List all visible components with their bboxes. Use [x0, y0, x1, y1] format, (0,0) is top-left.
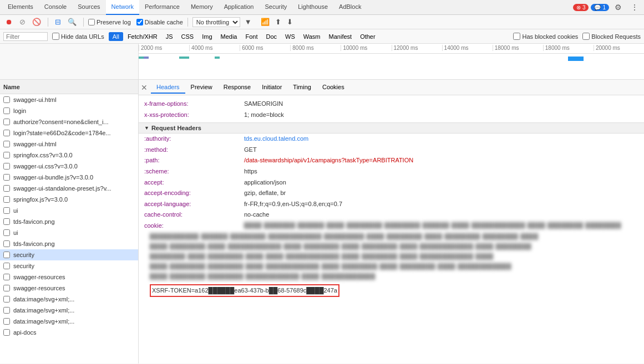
file-checkbox[interactable]: [3, 229, 10, 236]
file-checkbox[interactable]: [3, 152, 10, 158]
file-item[interactable]: tds-favicon.png: [0, 238, 138, 249]
throttle-dropdown[interactable]: ▼: [242, 17, 254, 27]
tab-lighthouse[interactable]: Lighthouse: [292, 0, 333, 15]
filter-type-js[interactable]: JS: [162, 32, 177, 41]
has-blocked-cookies-label[interactable]: Has blocked cookies: [513, 33, 578, 40]
blocked-requests-checkbox[interactable]: [582, 33, 590, 40]
wifi-icon[interactable]: 📶: [258, 17, 272, 27]
filter-type-manifest[interactable]: Manifest: [325, 32, 356, 41]
file-item[interactable]: swagger-resources: [0, 271, 138, 283]
settings-button[interactable]: ⚙: [611, 2, 625, 13]
tab-security[interactable]: Security: [259, 0, 292, 15]
file-checkbox[interactable]: [3, 252, 10, 258]
preserve-log-checkbox[interactable]: [88, 19, 95, 25]
detail-close-button[interactable]: ✕: [141, 83, 148, 92]
file-checkbox[interactable]: [3, 207, 10, 214]
file-checkbox[interactable]: [3, 218, 10, 225]
tab-elements[interactable]: Elements: [2, 0, 39, 15]
filter-type-font[interactable]: Font: [241, 32, 261, 41]
file-checkbox[interactable]: [3, 285, 10, 291]
file-item[interactable]: login: [0, 105, 138, 116]
tab-application[interactable]: Application: [219, 0, 260, 15]
tab-console[interactable]: Console: [39, 0, 72, 15]
preserve-log-label[interactable]: Preserve log: [88, 19, 131, 25]
file-checkbox[interactable]: [3, 329, 10, 336]
request-headers-section-title[interactable]: ▼ Request Headers: [139, 122, 644, 134]
filter-type-fetch[interactable]: Fetch/XHR: [124, 32, 161, 41]
file-checkbox[interactable]: [3, 163, 10, 170]
tab-performance[interactable]: Performance: [139, 0, 185, 15]
detail-tab-cookies[interactable]: Cookies: [317, 81, 350, 94]
file-checkbox[interactable]: [3, 318, 10, 325]
file-checkbox[interactable]: [3, 296, 10, 303]
error-icon: ⊗: [576, 4, 581, 11]
filter-type-img[interactable]: Img: [198, 32, 216, 41]
file-item[interactable]: ui: [0, 227, 138, 238]
file-checkbox[interactable]: [3, 119, 10, 125]
file-item[interactable]: security: [0, 249, 138, 260]
file-item[interactable]: swagger-resources: [0, 283, 138, 294]
tab-adblock[interactable]: AdBlock: [333, 0, 367, 15]
import-button[interactable]: ⬆: [273, 17, 283, 27]
file-checkbox[interactable]: [3, 141, 10, 147]
file-item[interactable]: authorize?consent=none&client_i...: [0, 116, 138, 127]
tab-network[interactable]: Network: [106, 0, 139, 15]
detail-tab-headers[interactable]: Headers: [151, 81, 185, 94]
file-checkbox[interactable]: [3, 174, 10, 181]
search-button[interactable]: 🔍: [65, 17, 79, 27]
more-options-button[interactable]: ⋮: [627, 2, 642, 13]
detail-tab-response[interactable]: Response: [218, 81, 257, 94]
timeline-right[interactable]: 2000 ms 4000 ms 6000 ms 8000 ms 10000 ms…: [139, 44, 644, 79]
hide-data-urls-checkbox[interactable]: [52, 33, 59, 40]
file-checkbox[interactable]: [3, 107, 10, 114]
file-checkbox[interactable]: [3, 240, 10, 247]
file-item[interactable]: springfox.css?v=3.0.0: [0, 150, 138, 161]
file-name: swagger-ui.html: [13, 96, 57, 103]
file-item[interactable]: login?state=e66Do2&code=1784e...: [0, 127, 138, 139]
file-item[interactable]: swagger-ui.css?v=3.0.0: [0, 161, 138, 172]
file-item[interactable]: api-docs: [0, 327, 138, 338]
file-checkbox[interactable]: [3, 130, 10, 136]
filter-type-other[interactable]: Other: [356, 32, 379, 41]
file-item[interactable]: swagger-ui-standalone-preset.js?v...: [0, 183, 138, 194]
tab-sources[interactable]: Sources: [72, 0, 105, 15]
throttle-select[interactable]: No throttling: [192, 17, 240, 27]
detail-tab-initiator[interactable]: Initiator: [256, 81, 287, 94]
filter-type-all[interactable]: All: [109, 32, 123, 41]
file-item[interactable]: ui: [0, 205, 138, 216]
disable-cache-label[interactable]: Disable cache: [136, 19, 183, 25]
file-checkbox[interactable]: [3, 96, 10, 103]
file-item[interactable]: springfox.js?v=3.0.0: [0, 194, 138, 205]
filter-type-wasm[interactable]: Wasm: [300, 32, 324, 41]
tab-memory[interactable]: Memory: [185, 0, 219, 15]
file-item[interactable]: swagger-ui.html: [0, 94, 138, 105]
detail-tab-preview[interactable]: Preview: [185, 81, 218, 94]
filter-type-css[interactable]: CSS: [178, 32, 198, 41]
filter-button[interactable]: ⊟: [53, 17, 63, 27]
filter-type-ws[interactable]: WS: [281, 32, 299, 41]
filter-input[interactable]: [3, 32, 48, 41]
file-item[interactable]: tds-favicon.png: [0, 216, 138, 227]
file-checkbox[interactable]: [3, 274, 10, 280]
stop-button[interactable]: ⊘: [17, 17, 28, 27]
clear-button[interactable]: 🚫: [30, 17, 43, 27]
file-item[interactable]: security: [0, 260, 138, 271]
file-item[interactable]: data:image/svg+xml;...: [0, 294, 138, 305]
file-item[interactable]: data:image/svg+xml;...: [0, 316, 138, 327]
has-blocked-cookies-checkbox[interactable]: [513, 33, 520, 40]
blocked-requests-label[interactable]: Blocked Requests: [582, 33, 641, 40]
filter-type-doc[interactable]: Doc: [262, 32, 281, 41]
filter-type-media[interactable]: Media: [217, 32, 241, 41]
disable-cache-checkbox[interactable]: [136, 19, 143, 25]
file-checkbox[interactable]: [3, 196, 10, 203]
file-item[interactable]: data:image/svg+xml;...: [0, 305, 138, 316]
hide-data-urls-label[interactable]: Hide data URLs: [52, 33, 104, 40]
record-button[interactable]: ⏺: [3, 17, 15, 27]
file-checkbox[interactable]: [3, 263, 10, 269]
file-checkbox[interactable]: [3, 185, 10, 192]
file-item[interactable]: swagger-ui.html: [0, 139, 138, 150]
export-button[interactable]: ⬇: [285, 17, 295, 27]
file-checkbox[interactable]: [3, 307, 10, 314]
detail-tab-timing[interactable]: Timing: [287, 81, 317, 94]
file-item[interactable]: swagger-ui-bundle.js?v=3.0.0: [0, 172, 138, 183]
